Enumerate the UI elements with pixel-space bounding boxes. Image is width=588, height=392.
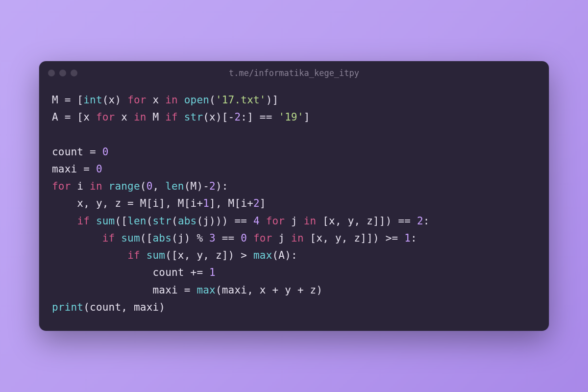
token-punc [140,249,147,261]
token-fn: str [153,215,172,227]
token-punc: [x, y, z]]) >= [304,232,405,244]
token-var [52,249,127,261]
token-var: A [52,111,58,123]
token-punc: ( [209,94,216,106]
token-str: '17.txt' [216,94,266,106]
window-title: t.me/informatika_kege_itpy [39,68,549,78]
token-num: 1 [404,232,411,244]
token-punc: (j))) == [196,215,253,227]
token-fn: str [184,111,203,123]
code-line: count = 0 [52,146,109,158]
token-punc [178,111,184,123]
token-fn: abs [178,215,197,227]
code-line: M = [int(x) for x in open('17.txt')] [52,94,278,106]
token-fn: abs [153,232,172,244]
token-num: 2 [253,197,260,209]
token-var: maxi = [52,284,196,296]
token-punc [102,180,109,192]
token-var: M [52,94,58,106]
token-punc: : [423,215,430,227]
token-fn: range [109,180,140,192]
token-kw: in [134,111,147,123]
token-num: 3 [209,232,216,244]
traffic-lights [48,70,77,76]
token-fn: len [127,215,147,227]
maximize-icon[interactable] [71,70,77,76]
token-kw: in [165,94,178,106]
close-icon[interactable] [48,70,55,76]
token-num: 2 [234,111,241,123]
token-num: 1 [209,267,216,278]
token-punc: ([ [140,232,153,244]
code-line: maxi = 0 [52,163,102,175]
token-punc: ): [216,180,228,192]
token-num: 0 [96,163,102,175]
token-var: x [115,111,134,123]
code-line: A = [x for x in M if str(x)[-2:] == '19'… [52,111,310,123]
token-punc: (maxi, x + y + z) [216,284,322,296]
token-kw: for [96,111,115,123]
token-punc: :] == [241,111,278,123]
code-line: for i in range(0, len(M)-2): [52,180,228,192]
token-punc: ( [140,180,147,192]
code-line: x, y, z = M[i], M[i+1], M[i+2] [52,197,266,209]
token-fn: max [196,284,216,296]
token-var: count = [52,146,102,158]
token-punc: , [153,180,166,192]
token-var: ] [260,197,266,209]
token-punc [247,232,253,244]
token-punc: )] [266,94,279,106]
token-kw: for [52,180,71,192]
code-line: if sum([abs(j) % 3 == 0 for j in [x, y, … [52,232,417,244]
token-fn: print [52,301,83,313]
token-punc: (count, maxi) [83,301,165,313]
token-num: 0 [102,146,109,158]
token-punc: ([x, y, z]) > [165,249,253,261]
token-kw: for [127,94,147,106]
code-line: maxi = max(maxi, x + y + z) [52,284,322,296]
token-kw: if [165,111,178,123]
token-punc: ( [147,215,153,227]
token-punc: == [216,232,241,244]
token-punc: (x)[- [203,111,234,123]
token-kw: for [266,215,285,227]
titlebar: t.me/informatika_kege_itpy [39,61,549,85]
token-fn: max [253,249,272,261]
token-fn: sum [147,249,166,261]
token-num: 1 [203,197,209,209]
token-var: count += [52,267,209,278]
token-num: 2 [209,180,216,192]
token-num: 0 [241,232,247,244]
token-punc [178,94,184,106]
token-kw: in [291,232,304,244]
token-punc: [x, y, z]]) == [316,215,417,227]
token-punc [260,215,266,227]
code-block: M = [int(x) for x in open('17.txt')] A =… [39,85,549,331]
token-fn: int [83,94,102,106]
token-punc: : [411,232,417,244]
token-punc: (M)- [184,180,209,192]
code-line: count += 1 [52,267,216,278]
token-fn: len [165,180,184,192]
token-punc [90,215,96,227]
token-punc: (x) [102,94,127,106]
token-fn: sum [121,232,140,244]
token-punc: ( [172,215,178,227]
code-window: t.me/informatika_kege_itpy M = [int(x) f… [39,61,549,331]
token-punc: ] [304,111,310,123]
token-fn: sum [96,215,115,227]
token-punc: ([ [115,215,127,227]
minimize-icon[interactable] [59,70,66,76]
token-var: i [71,180,90,192]
token-kw: if [102,232,115,244]
token-var: j [285,215,304,227]
token-str: '19' [278,111,303,123]
code-line: if sum([len(str(abs(j))) == 4 for j in [… [52,215,430,227]
token-var: ], M[i+ [209,197,253,209]
token-punc: (j) % [172,232,209,244]
token-var: maxi = [52,163,96,175]
token-fn: open [184,94,209,106]
token-var: M [147,111,166,123]
token-punc: (A): [272,249,297,261]
code-line: print(count, maxi) [52,301,165,313]
